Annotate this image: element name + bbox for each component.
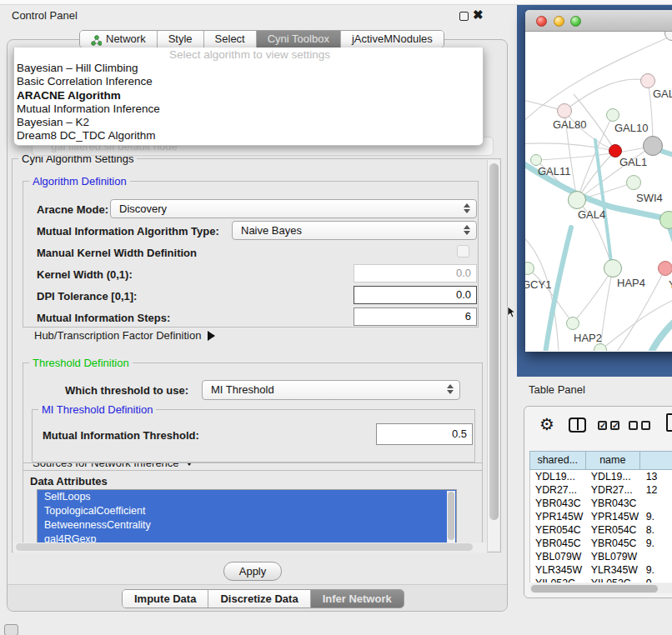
- expand-right-icon: [208, 331, 215, 341]
- network-node[interactable]: [626, 175, 641, 190]
- table-cell: 9: [641, 577, 672, 582]
- dropdown-item[interactable]: Mutual Information Inference: [14, 102, 483, 116]
- select-all-checkbox-icon[interactable]: ✓: [598, 421, 607, 430]
- table-row[interactable]: YER054CYER054C8.: [530, 523, 672, 537]
- tab-infer-network[interactable]: Infer Network: [310, 590, 404, 608]
- network-node[interactable]: [643, 136, 663, 156]
- table-row[interactable]: YBR043CYBR043C: [530, 497, 672, 510]
- network-node[interactable]: [530, 154, 542, 166]
- table-cell: YDL19...: [586, 470, 641, 483]
- dropdown-item[interactable]: ARACNE Algorithm: [14, 89, 483, 102]
- table-horizontal-scrollbar[interactable]: [529, 583, 672, 593]
- spinner-arrows-icon: [447, 384, 454, 394]
- table-row[interactable]: YDL19...YDL19...13: [530, 470, 672, 483]
- data-attributes-items: SelfLoopsTopologicalCoefficientBetweenne…: [38, 490, 456, 544]
- mi-threshold-group: MI Threshold Definition Mutual Informati…: [32, 409, 475, 462]
- settings-vertical-scrollbar[interactable]: [487, 160, 499, 551]
- table-cell: YBR045C: [530, 537, 586, 550]
- dropdown-item[interactable]: Bayesian – Hill Climbing: [14, 62, 483, 75]
- table-cell: YDL19...: [530, 470, 586, 483]
- network-node[interactable]: [568, 191, 586, 209]
- document-icon[interactable]: [666, 413, 672, 432]
- mi-type-combo[interactable]: Naive Bayes: [232, 221, 477, 240]
- dropdown-item[interactable]: Bayesian – K2: [14, 116, 483, 129]
- network-canvas[interactable]: GALGAL80GAL10GAL1GAL11GAL4SWI4GCY1HAP4YH…: [525, 32, 672, 351]
- network-node[interactable]: [606, 108, 619, 122]
- attributes-scrollbar[interactable]: [447, 491, 455, 544]
- mi-threshold-field[interactable]: 0.5: [376, 423, 473, 445]
- algorithm-dropdown-items: Bayesian – Hill ClimbingBasic Correlatio…: [14, 62, 483, 142]
- hub-definition-label: Hub/Transcription Factor Definition: [34, 329, 201, 342]
- data-attribute-item[interactable]: TopologicalCoefficient: [38, 504, 456, 518]
- deselect-all-checkbox-icon[interactable]: [629, 421, 638, 430]
- dpi-tolerance-field[interactable]: 0.0: [354, 286, 477, 304]
- column-header-name[interactable]: name: [586, 452, 641, 469]
- table-row[interactable]: YDR27...YDR27...12: [530, 483, 672, 497]
- cyni-algorithm-settings-group: Cyni Algorithm Settings Algorithm Defini…: [12, 158, 501, 552]
- close-window-icon[interactable]: [536, 16, 547, 27]
- apply-button[interactable]: Apply: [223, 562, 282, 581]
- network-node[interactable]: [659, 211, 672, 229]
- tab-style[interactable]: Style: [157, 31, 203, 48]
- settings-horizontal-scrollbar-thumb[interactable]: [16, 543, 473, 551]
- table-horizontal-scrollbar-thumb[interactable]: [531, 585, 658, 592]
- split-columns-icon[interactable]: [569, 418, 586, 432]
- tab-select[interactable]: Select: [203, 31, 256, 48]
- network-node[interactable]: [658, 261, 672, 276]
- table-row[interactable]: YBR045CYBR045C9.: [530, 537, 672, 550]
- hub-definition-expander[interactable]: Hub/Transcription Factor Definition: [34, 329, 215, 342]
- data-attribute-item[interactable]: BetweennessCentrality: [38, 518, 456, 532]
- mi-steps-field[interactable]: 6: [354, 308, 477, 326]
- minimize-window-icon[interactable]: [554, 16, 564, 27]
- column-header-partial[interactable]: [640, 452, 672, 469]
- sources-title[interactable]: Sources for Network Inference: [29, 462, 198, 469]
- table-row[interactable]: YBL079WYBL079W: [530, 550, 672, 563]
- table-row[interactable]: YIL052CYIL052C9: [530, 577, 672, 582]
- kernel-width-field[interactable]: 0.0: [354, 264, 477, 282]
- network-node-label: GAL: [653, 88, 672, 100]
- settings-vertical-scrollbar-thumb[interactable]: [489, 163, 499, 520]
- collapsed-panel-icon[interactable]: [4, 624, 18, 635]
- column-header-shared[interactable]: shared...: [530, 452, 586, 469]
- attributes-scrollbar-thumb[interactable]: [448, 492, 454, 540]
- tab-discretize-data[interactable]: Discretize Data: [208, 590, 309, 608]
- manual-kernel-checkbox[interactable]: [457, 245, 469, 258]
- table-cell: YBR043C: [586, 497, 641, 510]
- tab-network[interactable]: Network: [80, 31, 157, 48]
- zoom-window-icon[interactable]: [570, 16, 581, 27]
- data-attribute-item[interactable]: SelfLoops: [38, 490, 456, 504]
- mi-threshold-label: Mutual Information Threshold:: [43, 429, 199, 442]
- tab-cyni-toolbox[interactable]: Cyni Toolbox: [256, 31, 340, 48]
- network-node[interactable]: [557, 103, 572, 118]
- tab-impute-data[interactable]: Impute Data: [123, 590, 208, 608]
- data-attributes-list[interactable]: SelfLoopsTopologicalCoefficientBetweenne…: [37, 489, 457, 544]
- table-cell: YIL052C: [530, 577, 586, 582]
- network-node[interactable]: [640, 73, 655, 88]
- tab-select-label: Select: [215, 31, 245, 48]
- table-cell: YPR145W: [530, 510, 586, 523]
- tab-jactivemnodules[interactable]: jActiveMNodules: [340, 31, 444, 48]
- network-window-titlebar[interactable]: [525, 10, 672, 32]
- tab-impute-data-label: Impute Data: [134, 592, 196, 605]
- table-row[interactable]: YPR145WYPR145W9.: [530, 510, 672, 523]
- which-threshold-combo[interactable]: MI Threshold: [202, 380, 460, 400]
- threshold-definition-group: Threshold Definition Which threshold to …: [23, 362, 483, 471]
- settings-horizontal-scrollbar[interactable]: [13, 542, 487, 552]
- dropdown-item[interactable]: Basic Correlation Inference: [14, 75, 483, 88]
- network-node-label: SWI4: [636, 192, 663, 204]
- network-node[interactable]: [566, 317, 579, 330]
- select-all-checkbox-icon[interactable]: ✓: [610, 421, 619, 430]
- deselect-all-checkbox-icon[interactable]: [641, 421, 650, 430]
- network-node[interactable]: [604, 259, 622, 278]
- table-cell: YBL079W: [530, 550, 586, 563]
- table-row[interactable]: YLR345WYLR345W9.: [530, 563, 672, 577]
- table-cell: YER054C: [586, 523, 641, 537]
- close-panel-icon[interactable]: ✖: [473, 8, 484, 22]
- spinner-arrows-icon: [464, 203, 470, 213]
- aracne-mode-combo[interactable]: Discovery: [110, 199, 477, 218]
- gear-icon[interactable]: ⚙: [539, 414, 554, 434]
- dropdown-item[interactable]: Dream8 DC_TDC Algorithm: [14, 129, 483, 142]
- network-node[interactable]: [594, 343, 607, 351]
- table-panel-title: Table Panel: [529, 383, 585, 396]
- float-panel-icon[interactable]: [459, 12, 469, 21]
